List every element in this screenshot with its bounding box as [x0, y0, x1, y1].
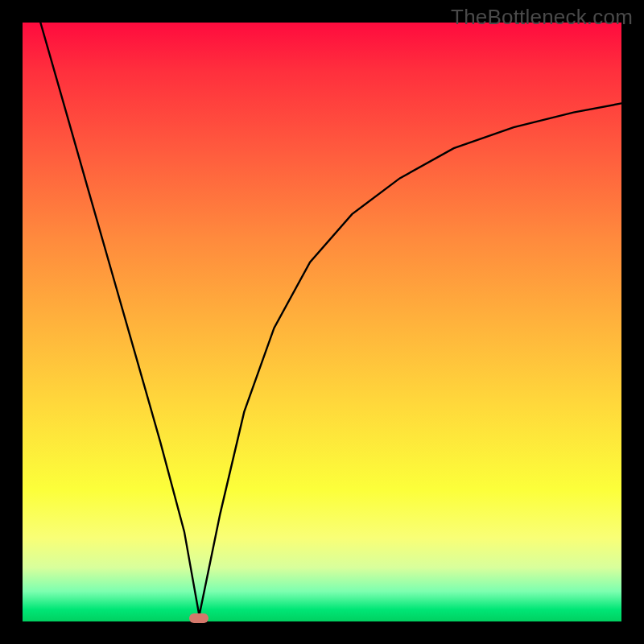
curve-path	[40, 23, 621, 616]
plot-frame	[23, 23, 621, 621]
watermark-text: TheBottleneck.com	[451, 5, 633, 30]
optimum-marker	[189, 613, 208, 623]
bottleneck-curve	[23, 23, 621, 621]
